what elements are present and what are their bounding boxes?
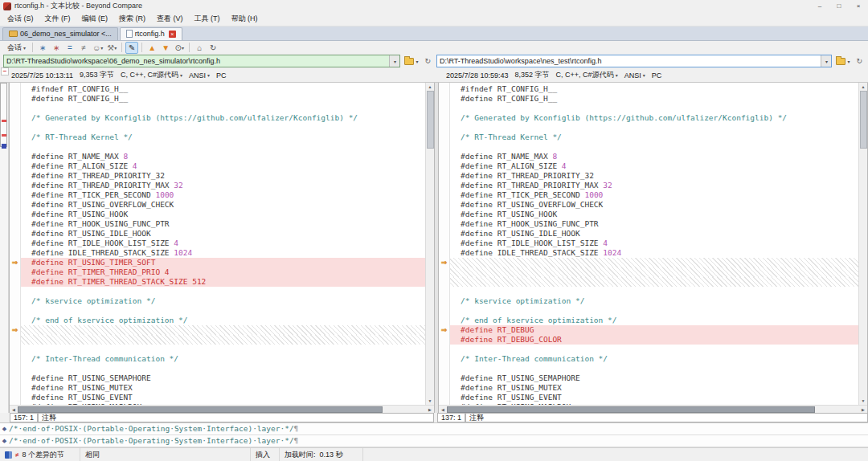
menu-item[interactable]: 查看 (V): [151, 13, 189, 25]
code-line[interactable]: #define RT_NAME_MAX 8: [21, 152, 425, 161]
left-horizontal-scrollbar[interactable]: ◀ ▶: [10, 405, 434, 413]
scroll-right-icon[interactable]: ▶: [426, 406, 434, 413]
diff-line[interactable]: #define RT_USING_TIMER_SOFT: [21, 258, 425, 267]
tab-close-icon[interactable]: ×: [169, 31, 176, 38]
code-line[interactable]: #ifndef RT_CONFIG_H__: [450, 84, 858, 94]
scroll-left-icon[interactable]: ◀: [10, 406, 18, 413]
code-line[interactable]: #define RT_USING_SEMAPHORE: [450, 373, 858, 383]
diff-marker-icon[interactable]: ⇒: [10, 258, 20, 267]
code-line[interactable]: #define RT_TICK_PER_SECOND 1000: [450, 190, 858, 200]
code-line[interactable]: /* end of kservice optimization */: [21, 316, 425, 325]
code-line[interactable]: /* end of kservice optimization */: [450, 316, 858, 325]
right-line-detail[interactable]: ◆ /*·end·of·POSIX·(Portable·Operating·Sy…: [0, 435, 868, 447]
right-code[interactable]: #ifndef RT_CONFIG_H__#define RT_CONFIG_H…: [450, 83, 858, 405]
diff-line[interactable]: #define RT_DEBUG_COLOR: [450, 335, 858, 345]
code-line[interactable]: #define RT_CONFIG_H__: [21, 94, 425, 104]
code-line[interactable]: /* Generated by Kconfiglib (https://gith…: [21, 113, 425, 123]
code-line[interactable]: [21, 104, 425, 113]
code-line[interactable]: /* Inter-Thread communication */: [21, 354, 425, 364]
menu-item[interactable]: 会话 (S): [2, 13, 39, 25]
missing-lines-gap[interactable]: [450, 277, 858, 287]
close-button[interactable]: ×: [849, 0, 868, 13]
current-position-mark[interactable]: [2, 144, 6, 149]
code-line[interactable]: #define RT_IDLE_HOOK_LIST_SIZE 4: [21, 239, 425, 248]
diff-map-rail[interactable]: [0, 83, 9, 413]
code-line[interactable]: [21, 364, 425, 373]
scrollbar-thumb[interactable]: [18, 406, 383, 413]
tab-rtconfig[interactable]: rtconfig.h ×: [120, 27, 182, 40]
left-browse-button[interactable]: ▾: [402, 55, 420, 67]
code-line[interactable]: #define IDLE_THREAD_STACK_SIZE 1024: [450, 248, 858, 258]
scroll-down-icon[interactable]: ▼: [859, 397, 867, 405]
next-diff-button[interactable]: ▼: [159, 42, 172, 54]
code-line[interactable]: #define RT_USING_IDLE_HOOK: [21, 229, 425, 239]
code-line[interactable]: #define RT_THREAD_PRIORITY_MAX 32: [450, 181, 858, 190]
code-line[interactable]: #define RT_USING_SEMAPHORE: [21, 373, 425, 383]
view-diffs-button[interactable]: ∗: [50, 42, 63, 54]
edit-pencil-button[interactable]: ✎: [125, 42, 138, 54]
scroll-right-icon[interactable]: ▶: [859, 406, 867, 413]
missing-lines-gap[interactable]: [450, 267, 858, 277]
diff-marker-icon[interactable]: ⇒: [10, 325, 20, 335]
left-encoding-dropdown[interactable]: ANSI▾: [189, 71, 210, 80]
view-all-button[interactable]: ∗: [36, 42, 49, 54]
format-users-button[interactable]: ☺▾: [91, 42, 104, 54]
code-line[interactable]: #define RT_USING_MUTEX: [21, 383, 425, 393]
right-reload-button[interactable]: ↻: [854, 55, 865, 67]
scroll-down-icon[interactable]: ▼: [426, 397, 434, 405]
scroll-left-icon[interactable]: ◀: [439, 406, 447, 413]
code-line[interactable]: [450, 123, 858, 133]
code-line[interactable]: [450, 364, 858, 373]
scrollbar-thumb[interactable]: [447, 406, 815, 413]
code-line[interactable]: /* kservice optimization */: [450, 296, 858, 306]
right-encoding-dropdown[interactable]: ANSI▾: [624, 71, 645, 80]
chevron-down-icon[interactable]: ▾: [389, 55, 399, 67]
code-line[interactable]: [450, 142, 858, 152]
code-line[interactable]: [21, 123, 425, 133]
code-line[interactable]: #define RT_USING_OVERFLOW_CHECK: [450, 200, 858, 210]
scrollbar-thumb[interactable]: [860, 91, 867, 149]
code-line[interactable]: /* kservice optimization */: [21, 296, 425, 306]
left-reload-button[interactable]: ↻: [422, 55, 433, 67]
menu-item[interactable]: 工具 (T): [189, 13, 226, 25]
menu-item[interactable]: 文件 (F): [39, 13, 76, 25]
missing-lines-gap[interactable]: [450, 258, 858, 267]
code-line[interactable]: [21, 287, 425, 296]
left-line-detail[interactable]: ◆ /*·end·of·POSIX·(Portable·Operating·Sy…: [0, 423, 868, 435]
tab-session-overview[interactable]: 06_demo_nes_simulator <...: [2, 27, 118, 40]
scroll-up-icon[interactable]: ▲: [859, 83, 867, 91]
code-line[interactable]: /* RT-Thread Kernel */: [450, 133, 858, 142]
scroll-up-icon[interactable]: ▲: [426, 83, 434, 91]
code-line[interactable]: #define RT_THREAD_PRIORITY_32: [21, 171, 425, 181]
prev-diff-button[interactable]: ▲: [145, 42, 158, 54]
right-browse-button[interactable]: ▾: [833, 55, 852, 67]
code-line[interactable]: #define RT_THREAD_PRIORITY_32: [450, 171, 858, 181]
search-binoculars-button[interactable]: ⊙▾: [173, 42, 186, 54]
code-line[interactable]: #define RT_IDLE_HOOK_LIST_SIZE 4: [450, 239, 858, 248]
chevron-down-icon[interactable]: ▾: [821, 55, 831, 67]
scrollbar-thumb[interactable]: [427, 91, 434, 149]
left-code[interactable]: #ifndef RT_CONFIG_H__#define RT_CONFIG_H…: [21, 83, 425, 405]
code-line[interactable]: #define RT_NAME_MAX 8: [450, 152, 858, 161]
code-line[interactable]: [450, 306, 858, 316]
right-syntax-dropdown[interactable]: C, C++, C#源代码▾: [556, 70, 618, 80]
diff-marker-icon[interactable]: ⇒: [439, 325, 449, 335]
diff-line[interactable]: #define RT_DEBUG: [450, 325, 858, 335]
menu-item[interactable]: 编辑 (E): [76, 13, 114, 25]
code-line[interactable]: [21, 306, 425, 316]
code-line[interactable]: #define RT_USING_HOOK: [21, 210, 425, 219]
code-line[interactable]: [450, 345, 858, 354]
refresh-button[interactable]: ↻: [207, 42, 219, 54]
code-line[interactable]: #define RT_USING_OVERFLOW_CHECK: [21, 200, 425, 210]
code-line[interactable]: #define RT_HOOK_USING_FUNC_PTR: [21, 219, 425, 229]
diff-map-mark[interactable]: [2, 134, 6, 137]
code-line[interactable]: /* RT-Thread Kernel */: [21, 133, 425, 142]
rules-wrench-button[interactable]: ⚒▾: [105, 42, 118, 54]
code-line[interactable]: #define RT_TICK_PER_SECOND 1000: [21, 190, 425, 200]
code-line[interactable]: #ifndef RT_CONFIG_H__: [21, 84, 425, 94]
code-line[interactable]: #define RT_USING_HOOK: [450, 210, 858, 219]
diff-line[interactable]: #define RT_TIMER_THREAD_PRIO 4: [21, 267, 425, 277]
code-line[interactable]: #define RT_HOOK_USING_FUNC_PTR: [450, 219, 858, 229]
left-path-input[interactable]: [4, 57, 389, 65]
code-line[interactable]: #define RT_THREAD_PRIORITY_MAX 32: [21, 181, 425, 190]
